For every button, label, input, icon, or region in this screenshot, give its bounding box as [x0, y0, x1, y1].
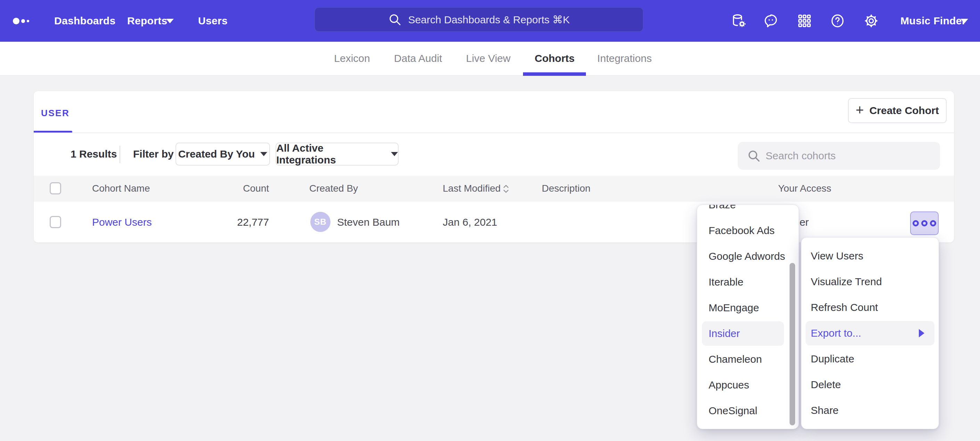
card-divider	[34, 133, 954, 133]
submenu-item-braze[interactable]: Braze	[709, 205, 736, 217]
apps-grid-icon[interactable]	[797, 13, 813, 29]
menu-item-visualize-trend[interactable]: Visualize Trend	[811, 270, 882, 294]
logo-dot-small	[27, 20, 29, 22]
menu-item-duplicate[interactable]: Duplicate	[811, 347, 854, 371]
tab-lexicon-label: Lexicon	[334, 53, 370, 64]
tab-integrations[interactable]: Integrations	[597, 42, 652, 75]
header-cohort-name: Cohort Name	[92, 183, 150, 194]
cohort-search-box	[738, 142, 940, 170]
nav-reports-label: Reports	[127, 15, 167, 27]
header-created-by: Created By	[309, 183, 358, 194]
tab-integrations-label: Integrations	[597, 53, 652, 64]
submenu-item-facebook-ads[interactable]: Facebook Ads	[709, 219, 775, 243]
settings-gear-icon[interactable]	[863, 13, 879, 29]
results-count: 1 Results	[70, 149, 117, 160]
header-description: Description	[542, 183, 590, 194]
submenu-arrow-icon	[919, 329, 924, 337]
tab-live-view[interactable]: Live View	[466, 42, 511, 75]
search-icon	[388, 13, 402, 26]
cohort-count: 22,777	[199, 217, 269, 228]
tab-cohorts[interactable]: Cohorts	[535, 42, 575, 75]
mixpanel-logo-icon[interactable]	[13, 0, 34, 42]
nav-users[interactable]: Users	[198, 0, 228, 42]
export-submenu: Braze Facebook Ads Google Adwords Iterab…	[697, 205, 799, 429]
project-switcher[interactable]: Music Finder	[900, 0, 966, 42]
submenu-item-chameleon[interactable]: Chameleon	[709, 347, 762, 371]
submenu-item-google-adwords[interactable]: Google Adwords	[709, 244, 785, 268]
menu-item-export-to[interactable]: Export to...	[811, 321, 861, 345]
menu-item-share[interactable]: Share	[811, 398, 838, 423]
tab-user-cohorts[interactable]: USER	[41, 108, 70, 118]
submenu-item-onesignal[interactable]: OneSignal	[709, 399, 757, 423]
nav-reports[interactable]: Reports	[127, 0, 167, 42]
menu-item-refresh-count[interactable]: Refresh Count	[811, 295, 878, 320]
data-management-icon[interactable]	[731, 13, 747, 29]
last-modified-value: Jan 6, 2021	[443, 217, 497, 228]
tab-live-view-label: Live View	[466, 53, 511, 64]
dot-icon	[913, 220, 919, 227]
menu-item-delete[interactable]: Delete	[811, 372, 841, 397]
nav-dashboards[interactable]: Dashboards	[54, 0, 115, 42]
app-screen: Dashboards Reports Users Search Dashboar…	[0, 0, 980, 441]
section-tab-bar: Lexicon Data Audit Live View Cohorts Int…	[0, 42, 980, 76]
global-search-placeholder: Search Dashboards & Reports ⌘K	[408, 14, 570, 26]
nav-users-label: Users	[198, 15, 228, 27]
logo-dot-large	[13, 18, 19, 24]
select-all-checkbox[interactable]	[50, 182, 61, 195]
row-actions-menu: View Users Visualize Trend Refresh Count…	[801, 237, 939, 429]
tab-data-audit-label: Data Audit	[394, 53, 442, 64]
avatar: SB	[310, 212, 331, 232]
tab-lexicon[interactable]: Lexicon	[334, 42, 370, 75]
global-search-button[interactable]: Search Dashboards & Reports ⌘K	[315, 7, 643, 32]
submenu-scrollbar-thumb[interactable]	[789, 263, 795, 425]
row-actions-button[interactable]	[910, 211, 939, 235]
nav-dashboards-label: Dashboards	[54, 15, 115, 27]
integrations-filter-dropdown[interactable]: All Active Integrations	[275, 142, 399, 166]
chevron-down-icon	[260, 152, 267, 156]
created-by-value: Steven Baum	[337, 217, 399, 228]
feedback-icon[interactable]	[763, 13, 779, 29]
project-switcher-caret-icon	[961, 19, 968, 23]
project-name: Music Finder	[900, 15, 966, 27]
dot-icon	[930, 220, 936, 227]
row-checkbox[interactable]	[50, 216, 61, 228]
submenu-item-moengage[interactable]: MoEngage	[709, 296, 759, 320]
help-icon[interactable]	[829, 13, 845, 29]
nav-reports-caret-icon	[166, 19, 174, 23]
header-your-access: Your Access	[778, 183, 831, 194]
top-nav-bar: Dashboards Reports Users Search Dashboar…	[0, 0, 980, 42]
filter-divider	[119, 146, 120, 163]
create-cohort-button[interactable]: + Create Cohort	[848, 98, 947, 123]
chevron-down-icon	[391, 152, 398, 156]
logo-dot-medium	[21, 19, 25, 23]
dot-icon	[921, 220, 928, 227]
sort-icon[interactable]	[501, 184, 511, 195]
created-by-filter-label: Created By You	[178, 148, 255, 160]
avatar-initials: SB	[314, 217, 326, 227]
submenu-item-appcues[interactable]: Appcues	[709, 373, 749, 397]
header-last-modified: Last Modified	[443, 183, 501, 194]
created-by-filter-dropdown[interactable]: Created By You	[175, 142, 270, 166]
tab-cohorts-label: Cohorts	[535, 53, 575, 64]
plus-icon: +	[856, 103, 864, 117]
filter-by-label: Filter by	[133, 149, 174, 160]
submenu-item-insider[interactable]: Insider	[709, 321, 740, 346]
cohort-name-link[interactable]: Power Users	[92, 217, 152, 228]
tab-data-audit[interactable]: Data Audit	[394, 42, 442, 75]
active-tab-underline	[523, 72, 586, 76]
cohort-search-input[interactable]	[738, 142, 940, 170]
integrations-filter-label: All Active Integrations	[276, 142, 385, 166]
menu-item-view-users[interactable]: View Users	[811, 244, 863, 268]
create-cohort-label: Create Cohort	[870, 105, 939, 117]
header-count: Count	[199, 183, 269, 194]
submenu-item-iterable[interactable]: Iterable	[709, 270, 743, 294]
